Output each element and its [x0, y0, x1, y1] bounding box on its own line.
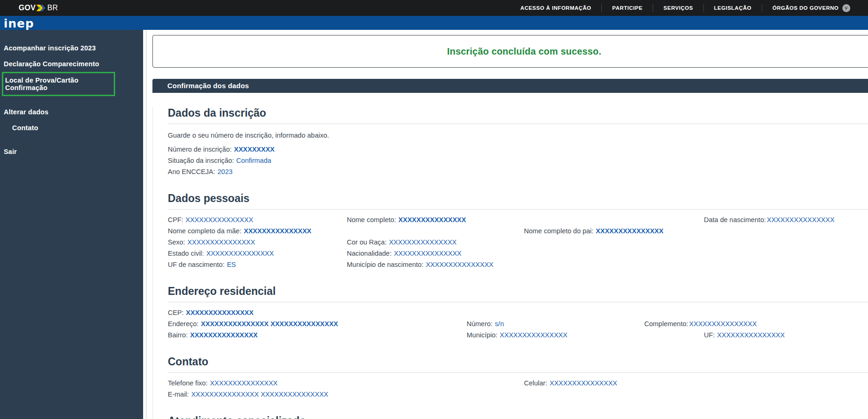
data-row: Estado civil:XXXXXXXXXXXXXXX Nacionalida…: [168, 249, 868, 260]
field-uf-nascimento: UF de nascimento:ES: [168, 261, 236, 268]
data-row: Número de inscrição:XXXXXXXXX: [168, 145, 868, 156]
field-data-nascimento: Data de nascimento:XXXXXXXXXXXXXXX: [704, 216, 834, 223]
sidebar-item-local-prova-cartao[interactable]: Local de Prova/Cartão Confirmação: [2, 72, 115, 96]
section-atendimento-especializado: Atendimento especializado Necessita de a…: [168, 415, 868, 419]
field-endereco: Endereço:XXXXXXXXXXXXXXX XXXXXXXXXXXXXXX: [168, 320, 338, 328]
data-row: CPF:XXXXXXXXXXXXXXX Nome completo:XXXXXX…: [168, 215, 868, 226]
data-row: Ano ENCCEJA:2023: [168, 167, 868, 178]
govbr-logo-br: BR: [47, 4, 58, 12]
data-row: Endereço:XXXXXXXXXXXXXXX XXXXXXXXXXXXXXX…: [168, 319, 868, 330]
field-numero: Número:s/n: [467, 320, 504, 328]
government-top-bar: GOV BR ACESSO À INFORMAÇÃO PARTICIPE SER…: [0, 0, 868, 16]
field-situacao-inscricao: Situação da inscrição:Confirmada: [168, 157, 271, 164]
top-menu: ACESSO À INFORMAÇÃO PARTICIPE SERVIÇOS L…: [510, 0, 861, 16]
field-cpf: CPF:XXXXXXXXXXXXXXX: [168, 216, 253, 223]
data-row: Nome completo da mãe:XXXXXXXXXXXXXXX Nom…: [168, 226, 868, 237]
section-dados-pessoais: Dados pessoais CPF:XXXXXXXXXXXXXXX Nome …: [168, 192, 868, 271]
field-numero-inscricao: Número de inscrição:XXXXXXXXX: [168, 146, 275, 153]
field-nacionalidade: Nacionalidade:XXXXXXXXXXXXXXX: [347, 250, 462, 257]
sidebar-item-acompanhar-inscricao[interactable]: Acompanhar inscrição 2023: [0, 40, 143, 56]
chevron-down-icon[interactable]: ˅: [842, 4, 850, 12]
section-title-endereco: Endereço residencial: [168, 285, 868, 302]
section-title-dados-inscricao: Dados da inscrição: [168, 107, 868, 124]
data-row: UF de nascimento:ES Município de nascime…: [168, 260, 868, 271]
menu-item-participe[interactable]: PARTICIPE: [601, 4, 653, 12]
data-row: Bairro:XXXXXXXXXXXXXXX Município:XXXXXXX…: [168, 330, 868, 342]
data-row: Situação da inscrição:Confirmada: [168, 156, 868, 167]
field-uf: UF:XXXXXXXXXXXXXXX: [704, 331, 785, 339]
success-message: Inscrição concluída com sucesso.: [447, 46, 601, 57]
panel-title-bar: Confirmação dos dados: [152, 79, 868, 93]
main-content: Inscrição concluída com sucesso. Confirm…: [146, 30, 868, 419]
sidebar-item-sair[interactable]: Sair: [0, 144, 143, 160]
field-bairro: Bairro:XXXXXXXXXXXXXXX: [168, 331, 258, 339]
sidebar-item-contato[interactable]: Contato: [0, 120, 143, 136]
inep-header-bar: inep: [0, 16, 868, 30]
field-municipio: Município:XXXXXXXXXXXXXXX: [467, 331, 567, 339]
field-complemento: Complemento:XXXXXXXXXXXXXXX: [644, 320, 757, 328]
field-nome-mae: Nome completo da mãe:XXXXXXXXXXXXXXX: [168, 227, 311, 235]
section-title-contato: Contato: [168, 356, 868, 373]
panel-content: Dados da inscrição Guarde o seu número d…: [152, 107, 868, 419]
field-ano-encceja: Ano ENCCEJA:2023: [168, 168, 233, 175]
section-title-atendimento: Atendimento especializado: [168, 415, 868, 419]
sidebar-navigation: Acompanhar inscrição 2023 Declaração Com…: [0, 30, 143, 419]
sidebar-item-declaracao-comparecimento[interactable]: Declaração Comparecimento: [0, 56, 143, 72]
menu-item-orgaos-governo[interactable]: ÓRGÃOS DO GOVERNO ˅: [762, 4, 861, 12]
section-intro: Guarde o seu número de inscrição, inform…: [168, 132, 868, 139]
field-municipio-nascimento: Município de nascimento:XXXXXXXXXXXXXXX: [347, 261, 494, 268]
field-telefone-fixo: Telefone fixo:XXXXXXXXXXXXXXX: [168, 379, 278, 387]
field-sexo: Sexo:XXXXXXXXXXXXXXX: [168, 238, 255, 246]
field-email: E-mail:XXXXXXXXXXXXXXX XXXXXXXXXXXXXXX: [168, 391, 328, 398]
field-cep: CEP:XXXXXXXXXXXXXXX: [168, 309, 254, 316]
data-row: Telefone fixo:XXXXXXXXXXXXXXX Celular:XX…: [168, 378, 868, 390]
inep-logo[interactable]: inep: [4, 18, 34, 29]
section-dados-inscricao: Dados da inscrição Guarde o seu número d…: [168, 107, 868, 178]
field-celular: Celular:XXXXXXXXXXXXXXX: [524, 379, 617, 387]
success-message-box: Inscrição concluída com sucesso.: [152, 35, 868, 68]
menu-item-acesso-informacao[interactable]: ACESSO À INFORMAÇÃO: [510, 4, 601, 12]
menu-item-servicos[interactable]: SERVIÇOS: [653, 4, 703, 12]
data-row: E-mail:XXXXXXXXXXXXXXX XXXXXXXXXXXXXXX: [168, 390, 868, 401]
data-row: CEP:XXXXXXXXXXXXXXX: [168, 308, 868, 319]
field-nome-pai: Nome completo do pai:XXXXXXXXXXXXXXX: [524, 227, 663, 235]
section-title-dados-pessoais: Dados pessoais: [168, 192, 868, 210]
govbr-logo-gov: GOV: [19, 4, 35, 12]
menu-item-orgaos-governo-label: ÓRGÃOS DO GOVERNO: [772, 5, 839, 11]
field-nome-completo: Nome completo:XXXXXXXXXXXXXXX: [347, 216, 466, 223]
menu-item-legislacao[interactable]: LEGISLAÇÃO: [703, 4, 762, 12]
sidebar-item-alterar-dados[interactable]: Alterar dados: [0, 104, 143, 120]
govbr-logo[interactable]: GOV BR: [19, 4, 58, 12]
section-endereco-residencial: Endereço residencial CEP:XXXXXXXXXXXXXXX…: [168, 285, 868, 342]
govbr-arrow-icon: [36, 5, 46, 11]
section-contato: Contato Telefone fixo:XXXXXXXXXXXXXXX Ce…: [168, 356, 868, 401]
field-cor-raca: Cor ou Raça:XXXXXXXXXXXXXXX: [347, 238, 457, 246]
data-row: Sexo:XXXXXXXXXXXXXXX Cor ou Raça:XXXXXXX…: [168, 237, 868, 249]
confirmation-panel: Confirmação dos dados Dados da inscrição…: [152, 79, 868, 419]
field-estado-civil: Estado civil:XXXXXXXXXXXXXXX: [168, 250, 274, 257]
